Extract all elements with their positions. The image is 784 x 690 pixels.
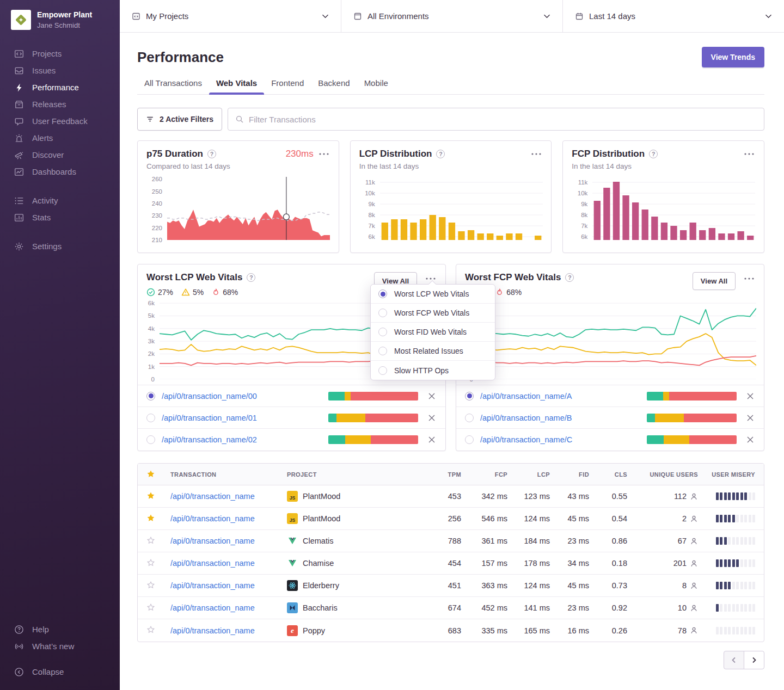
star-toggle[interactable]: [146, 581, 155, 589]
help-icon[interactable]: ?: [436, 150, 445, 158]
tab-frontend[interactable]: Frontend: [264, 78, 311, 94]
environment-filter-dropdown[interactable]: All Environments: [341, 0, 562, 32]
card-menu-button[interactable]: [743, 152, 755, 156]
project-cell[interactable]: Chamise: [287, 558, 423, 569]
star-toggle[interactable]: [146, 603, 155, 612]
tab-web-vitals[interactable]: Web Vitals: [209, 78, 264, 94]
transaction-link[interactable]: /api/0/transaction_name: [170, 537, 287, 545]
help-icon[interactable]: ?: [649, 150, 658, 158]
star-toggle[interactable]: [146, 491, 155, 500]
transaction-radio[interactable]: [146, 414, 155, 422]
column-header[interactable]: PROJECT: [287, 471, 423, 478]
dropdown-option[interactable]: Worst LCP Web Vitals: [371, 285, 495, 304]
previous-page-button[interactable]: [724, 651, 744, 669]
dropdown-option[interactable]: Most Related Issues: [371, 342, 495, 361]
transaction-link[interactable]: /api/0/transaction_name/00: [162, 392, 257, 401]
transaction-link[interactable]: /api/0/transaction_name: [170, 514, 287, 523]
column-header[interactable]: TPM: [423, 471, 461, 478]
dropdown-option[interactable]: Worst FID Web Vitals: [371, 323, 495, 342]
project-cell[interactable]: JSPlantMood: [287, 491, 423, 502]
transaction-link[interactable]: /api/0/transaction_name: [170, 626, 287, 635]
sidebar-item-projects[interactable]: Projects: [0, 45, 120, 62]
transaction-radio[interactable]: [465, 414, 474, 422]
column-header[interactable]: TRANSACTION: [170, 471, 287, 478]
transaction-link[interactable]: /api/0/transaction_name/02: [162, 435, 257, 444]
sidebar-item-help[interactable]: Help: [0, 621, 120, 638]
option-radio[interactable]: [378, 347, 387, 355]
remove-transaction-button[interactable]: [427, 413, 437, 423]
sidebar-item-settings[interactable]: Settings: [0, 238, 120, 255]
transaction-radio[interactable]: [146, 435, 155, 444]
transaction-link[interactable]: /api/0/transaction_name/B: [480, 414, 572, 422]
option-radio[interactable]: [378, 289, 387, 298]
column-header[interactable]: USER MISERY: [698, 471, 755, 478]
remove-transaction-button[interactable]: [427, 435, 437, 445]
transaction-link[interactable]: /api/0/transaction_name: [170, 581, 287, 590]
remove-transaction-button[interactable]: [745, 413, 755, 423]
transaction-radio[interactable]: [465, 392, 474, 401]
sidebar-item-stats[interactable]: Stats: [0, 209, 120, 226]
date-range-dropdown[interactable]: Last 14 days: [562, 0, 784, 32]
dropdown-option[interactable]: Worst FCP Web Vitals: [371, 304, 495, 323]
column-header[interactable]: FID: [550, 471, 589, 478]
star-toggle[interactable]: [146, 625, 155, 634]
next-page-button[interactable]: [744, 651, 764, 669]
card-menu-button[interactable]: [530, 152, 542, 156]
worst-fcp-chart[interactable]: [478, 299, 756, 379]
sidebar-item-releases[interactable]: Releases: [0, 96, 120, 113]
sidebar-item-alerts[interactable]: Alerts: [0, 130, 120, 146]
sidebar-item-dashboards[interactable]: Dashboards: [0, 163, 120, 180]
view-all-button[interactable]: View All: [693, 272, 736, 290]
project-cell[interactable]: Clematis: [287, 535, 423, 546]
tab-all-transactions[interactable]: All Transactions: [137, 78, 209, 94]
project-filter-dropdown[interactable]: My Projects: [120, 0, 341, 32]
help-icon[interactable]: ?: [247, 273, 255, 282]
star-column-header[interactable]: [146, 470, 170, 479]
project-cell[interactable]: JSPlantMood: [287, 513, 423, 524]
sidebar-item-discover[interactable]: Discover: [0, 146, 120, 163]
card-menu-button[interactable]: [743, 276, 755, 281]
card-menu-button[interactable]: [318, 152, 330, 156]
sidebar-item-user-feedback[interactable]: User Feedback: [0, 113, 120, 130]
sidebar-item-performance[interactable]: Performance: [0, 79, 120, 96]
sidebar-collapse-button[interactable]: Collapse: [0, 663, 120, 680]
remove-transaction-button[interactable]: [745, 435, 755, 445]
transaction-link[interactable]: /api/0/transaction_name/A: [480, 392, 572, 401]
transaction-link[interactable]: /api/0/transaction_name: [170, 492, 287, 501]
tab-mobile[interactable]: Mobile: [357, 78, 395, 94]
star-toggle[interactable]: [146, 558, 155, 567]
transaction-link[interactable]: /api/0/transaction_name: [170, 559, 287, 568]
project-cell[interactable]: Baccharis: [287, 602, 423, 613]
sidebar-item-whats-new[interactable]: What’s new: [0, 638, 120, 655]
sidebar-item-activity[interactable]: Activity: [0, 192, 120, 209]
transaction-link[interactable]: /api/0/transaction_name/C: [480, 435, 572, 444]
remove-transaction-button[interactable]: [745, 391, 755, 401]
option-radio[interactable]: [378, 309, 387, 317]
sidebar-item-issues[interactable]: Issues: [0, 62, 120, 79]
help-icon[interactable]: ?: [207, 150, 216, 158]
column-header[interactable]: LCP: [507, 471, 550, 478]
dropdown-option[interactable]: Slow HTTP Ops: [371, 361, 495, 380]
option-radio[interactable]: [378, 366, 387, 375]
transaction-radio[interactable]: [465, 435, 474, 444]
project-cell[interactable]: ePoppy: [287, 625, 423, 636]
p75-duration-chart[interactable]: [167, 177, 330, 240]
transaction-link[interactable]: /api/0/transaction_name/01: [162, 414, 257, 422]
column-header[interactable]: FCP: [461, 471, 507, 478]
transaction-radio[interactable]: [146, 392, 155, 401]
star-toggle[interactable]: [146, 536, 155, 545]
column-header[interactable]: CLS: [589, 471, 627, 478]
option-radio[interactable]: [378, 328, 387, 336]
help-icon[interactable]: ?: [565, 273, 574, 282]
card-menu-button[interactable]: [425, 276, 437, 281]
active-filters-button[interactable]: 2 Active Filters: [137, 108, 222, 131]
search-input[interactable]: [249, 115, 757, 124]
star-toggle[interactable]: [146, 514, 155, 522]
view-trends-button[interactable]: View Trends: [702, 47, 764, 67]
tab-backend[interactable]: Backend: [311, 78, 357, 94]
project-cell[interactable]: Elderberry: [287, 580, 423, 591]
lcp-distribution-chart[interactable]: [380, 177, 543, 240]
column-header[interactable]: UNIQUE USERS: [627, 471, 698, 478]
fcp-distribution-chart[interactable]: [592, 177, 755, 240]
org-switcher[interactable]: Empower Plant Jane Schmidt: [0, 9, 120, 31]
